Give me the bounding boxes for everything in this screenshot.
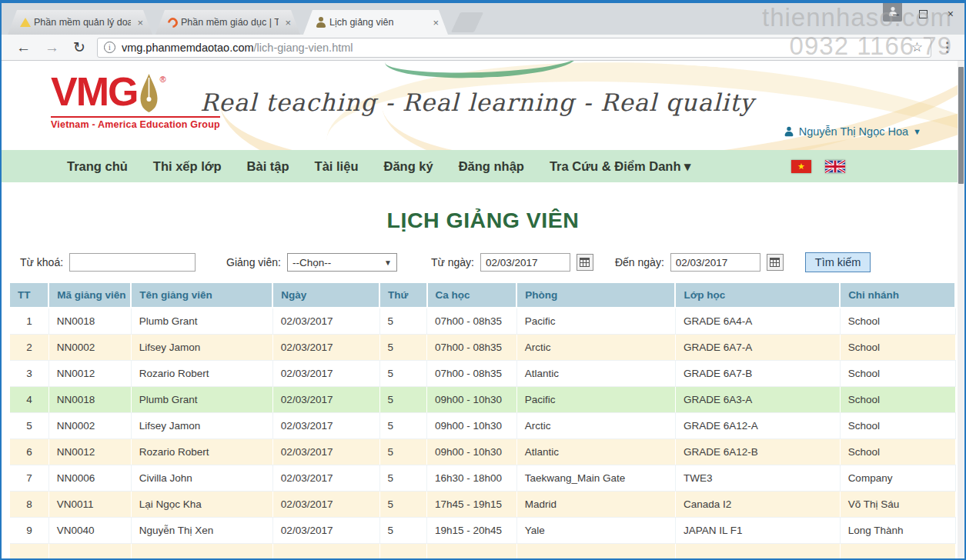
search-button[interactable]: Tìm kiếm (805, 252, 871, 272)
cell-tt: 6 (10, 439, 48, 465)
table-row (10, 544, 955, 559)
table-row: 5 NN0002 Lifsey Jamon 02/03/2017 5 09h00… (10, 413, 955, 439)
cell-ca-hoc: 09h00 - 10h30 (427, 439, 517, 465)
cell-tt: 7 (10, 465, 48, 492)
cell-tt: 1 (10, 308, 48, 335)
minimize-button[interactable]: – (893, 8, 899, 20)
column-header: Mã giảng viên (48, 283, 131, 308)
page-info-icon[interactable]: i (104, 42, 115, 53)
nav-item[interactable]: Thi xếp lớp (153, 159, 222, 174)
cell-tt: 4 (10, 387, 48, 413)
filter-bar: Từ khoá: Giảng viên: --Chọn-- ▼ Từ ngày:… (20, 252, 946, 272)
column-header: Ca học (427, 283, 517, 308)
teacher-select[interactable]: --Chọn-- ▼ (287, 253, 397, 272)
nav-item[interactable]: Tra Cứu & Điểm Danh ▾ (550, 159, 690, 174)
cell-thu: 5 (379, 387, 426, 413)
cell-thu: 5 (379, 361, 426, 387)
browser-menu-icon[interactable]: ⋮ (938, 39, 957, 55)
cell-chi-nhanh: School (840, 361, 955, 387)
person-badge-icon (316, 17, 326, 28)
vietnam-flag-icon[interactable]: ★ (791, 160, 811, 173)
cell-ten-giang-vien: Rozario Robert (131, 439, 272, 465)
teacher-label: Giảng viên: (226, 256, 281, 268)
back-button[interactable]: ← (9, 39, 38, 56)
cell-ten-giang-vien: Lifsey Jamon (131, 335, 272, 361)
to-date-input[interactable] (670, 253, 760, 272)
user-menu[interactable]: Nguyễn Thị Ngọc Hoa ▼ (784, 125, 921, 138)
chevron-down-icon: ▼ (913, 127, 921, 136)
cell-thu: 5 (379, 335, 426, 361)
cell-lop-hoc: TWE3 (675, 465, 840, 492)
cell-phong (516, 544, 675, 559)
cell-ma-giang-vien: NN0012 (48, 361, 131, 387)
cell-ten-giang-vien: Lại Ngọc Kha (131, 492, 272, 518)
cell-lop-hoc: GRADE 6A4-A (675, 308, 840, 335)
cell-tt: 8 (10, 492, 48, 518)
cell-ngay: 02/03/2017 (272, 413, 379, 439)
cell-ten-giang-vien: Rozario Robert (131, 361, 272, 387)
bookmark-star-icon[interactable]: ☆ (910, 39, 924, 55)
cell-lop-hoc (675, 544, 840, 559)
nav-item[interactable]: Tài liệu (315, 159, 359, 174)
tab-lich-giang-vien[interactable]: Lịch giảng viên × (303, 10, 448, 35)
select-arrow-icon: ▼ (384, 258, 392, 267)
nav-item[interactable]: Bài tập (247, 159, 289, 174)
column-header: Thứ (379, 283, 426, 308)
cell-chi-nhanh: School (840, 335, 955, 361)
tab-giao-duc[interactable]: Phần mềm giáo dục | Tiế × (155, 10, 300, 35)
cell-lop-hoc: GRADE 6A7-B (675, 361, 840, 387)
cell-ca-hoc: 19h15 - 20h45 (427, 518, 517, 544)
to-date-calendar-button[interactable] (767, 254, 784, 271)
vmg-logo[interactable]: VMG ® Vietnam - America Education Group (51, 73, 220, 130)
url-text[interactable]: vmg.phanmemdaotao.com/lich-giang-vien.ht… (122, 42, 910, 54)
cell-phong: Arctic (516, 413, 675, 439)
pen-nib-icon (139, 73, 159, 113)
refresh-button[interactable]: ↻ (66, 38, 92, 56)
cell-tt: 9 (10, 518, 48, 544)
cell-ten-giang-vien: Plumb Grant (131, 387, 272, 413)
cell-thu (379, 544, 426, 559)
table-row: 7 NN0006 Civilla John 02/03/2017 5 16h30… (10, 465, 955, 492)
tab-label: Phần mềm quản lý doanh (34, 17, 131, 28)
uk-flag-icon[interactable] (825, 160, 845, 173)
close-button[interactable]: × (948, 8, 954, 20)
cell-ma-giang-vien: NN0018 (48, 308, 131, 335)
nav-item[interactable]: Trang chủ (67, 159, 128, 174)
cell-chi-nhanh: School (840, 308, 955, 335)
from-date-calendar-button[interactable] (577, 254, 593, 271)
main-navigation: Trang chủ Thi xếp lớp Bài tập Tài liệu Đ… (2, 150, 964, 182)
cell-thu: 5 (379, 439, 426, 465)
cell-ma-giang-vien (48, 544, 131, 559)
page-scrollbar[interactable] (958, 61, 964, 558)
union-jack (825, 160, 845, 173)
cell-lop-hoc: GRADE 6A3-A (675, 387, 840, 413)
site-banner: VMG ® Vietnam - America Education Group … (2, 61, 964, 150)
table-row: 8 VN0011 Lại Ngọc Kha 02/03/2017 5 17h45… (10, 492, 955, 518)
cell-phong: Pacific (516, 387, 675, 413)
nav-item[interactable]: Đăng ký (383, 159, 433, 174)
keyword-input[interactable] (69, 253, 196, 272)
tab-close-icon[interactable]: × (282, 17, 294, 28)
forward-button[interactable]: → (38, 39, 66, 56)
cell-ten-giang-vien: Nguyễn Thị Xen (131, 518, 272, 544)
tab-quan-ly-doanh[interactable]: Phần mềm quản lý doanh × (8, 10, 152, 35)
cell-ngay: 02/03/2017 (272, 361, 379, 387)
calendar-icon (770, 258, 780, 267)
new-tab-button[interactable] (451, 12, 483, 32)
table-body: 1 NN0018 Plumb Grant 02/03/2017 5 07h00 … (10, 308, 955, 558)
cell-phong: Pacific (516, 308, 675, 335)
nav-item[interactable]: Đăng nhập (459, 159, 524, 174)
cell-ca-hoc: 16h30 - 18h00 (427, 465, 517, 492)
cell-chi-nhanh: School (840, 439, 955, 465)
cell-chi-nhanh: School (840, 413, 955, 439)
cell-ten-giang-vien: Plumb Grant (131, 308, 272, 335)
from-date-input[interactable] (480, 253, 570, 272)
scrollbar-thumb[interactable] (958, 67, 964, 184)
cell-ma-giang-vien: VN0011 (48, 492, 131, 518)
cell-phong: Atlantic (516, 439, 675, 465)
tab-close-icon[interactable]: × (134, 17, 146, 28)
maximize-button[interactable] (919, 10, 928, 18)
tab-close-icon[interactable]: × (430, 17, 442, 28)
address-bar[interactable]: i vmg.phanmemdaotao.com/lich-giang-vien.… (97, 38, 931, 58)
cell-ngay: 02/03/2017 (272, 492, 379, 518)
